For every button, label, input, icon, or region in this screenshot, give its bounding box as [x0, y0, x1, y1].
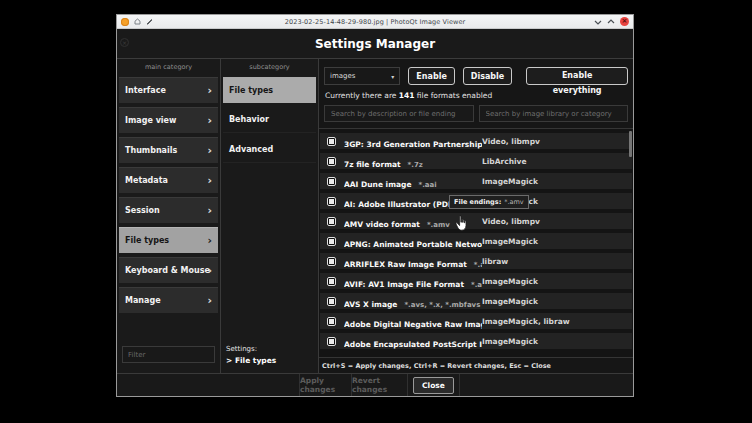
enable-button[interactable]: Enable	[408, 67, 454, 85]
enable-everything-button[interactable]: Enable everything	[526, 67, 628, 85]
sidebar-item-thumbnails[interactable]: Thumbnails ›	[119, 137, 218, 163]
checkbox-checked-icon[interactable]	[327, 177, 336, 186]
main-category-panel: main category Interface › Image view › T…	[117, 59, 220, 373]
hand-cursor	[455, 215, 468, 236]
file-endings-tooltip: File endings: *.amv	[449, 195, 529, 209]
sidebar-item-keyboard-mouse[interactable]: Keyboard & Mouse ›	[119, 257, 218, 283]
apply-changes-button[interactable]: Apply changes	[300, 374, 352, 396]
sidebar-item-metadata[interactable]: Metadata ›	[119, 167, 218, 193]
chevron-right-icon: ›	[207, 293, 212, 306]
format-row-avs[interactable]: AVS X image*.avs, *.x, *.mbfavs ImageMag…	[320, 293, 632, 309]
chevron-right-icon: ›	[207, 233, 212, 246]
chevron-right-icon: ›	[207, 83, 212, 96]
format-row-3gp[interactable]: 3GP: 3rd Generation Partnership Project*…	[320, 133, 632, 149]
search-description-input[interactable]	[324, 105, 474, 122]
format-list: 3GP: 3rd Generation Partnership Project*…	[319, 128, 633, 357]
chevron-right-icon: ›	[207, 203, 212, 216]
enabled-count: 141	[399, 91, 415, 100]
format-row-adobe-dng[interactable]: Adobe Digital Negative Raw Image Format …	[320, 313, 632, 329]
format-row-aai[interactable]: AAI Dune image*.aai ImageMagick	[320, 173, 632, 189]
subcategory-header: subcategory	[221, 59, 318, 74]
minimize-button[interactable]	[594, 19, 602, 25]
checkbox-checked-icon[interactable]	[327, 197, 336, 206]
format-category-dropdown[interactable]: images ▾	[324, 67, 400, 85]
category-filter-input[interactable]	[122, 346, 215, 363]
sidebar-item-manage[interactable]: Manage ›	[119, 287, 218, 313]
app-icon	[121, 18, 129, 26]
format-row-arriflex[interactable]: ARRIFLEX Raw Image Format*.ari libraw	[320, 253, 632, 269]
subcategory-item-advanced[interactable]: Advanced	[223, 137, 316, 163]
pencil-icon[interactable]	[146, 18, 153, 25]
close-settings-button[interactable]: Close	[413, 377, 454, 394]
checkbox-checked-icon[interactable]	[327, 237, 336, 246]
scrollbar-thumb[interactable]	[629, 131, 632, 157]
titlebar[interactable]: 2023-02-25-14-48-29-980.jpg | PhotoQt Im…	[117, 15, 633, 29]
main-category-header: main category	[117, 59, 220, 74]
file-types-content: images ▾ Enable Disable Enable everythin…	[318, 59, 633, 373]
page-title: Settings Manager	[117, 29, 633, 59]
format-row-amv[interactable]: AMV video format*.amv Video, libmpv	[320, 213, 632, 229]
format-row-7z[interactable]: 7z file format*.7z LibArchive	[320, 153, 632, 169]
sidebar-item-interface[interactable]: Interface ›	[119, 77, 218, 103]
chevron-right-icon: ›	[207, 173, 212, 186]
screen: 2023-02-25-14-48-29-980.jpg | PhotoQt Im…	[0, 0, 752, 423]
checkbox-checked-icon[interactable]	[327, 337, 336, 346]
sidebar-item-file-types[interactable]: File types ›	[119, 227, 218, 253]
maximize-button[interactable]	[607, 19, 615, 25]
chevron-right-icon: ›	[207, 263, 212, 276]
format-row-avif[interactable]: AVIF: AV1 Image File Format*.avif, *.avi…	[320, 273, 632, 289]
photoqt-settings-window: 2023-02-25-14-48-29-980.jpg | PhotoQt Im…	[116, 14, 634, 397]
disable-button[interactable]: Disable	[463, 67, 512, 85]
search-library-input[interactable]	[479, 105, 629, 122]
chevron-right-icon: ›	[207, 113, 212, 126]
settings-breadcrumb: Settings: > File types	[221, 345, 318, 373]
home-icon[interactable]	[134, 18, 141, 25]
revert-changes-button[interactable]: Revert changes	[352, 374, 408, 396]
checkbox-checked-icon[interactable]	[327, 137, 336, 146]
window-title: 2023-02-25-14-48-29-980.jpg | PhotoQt Im…	[117, 18, 633, 26]
sidebar-item-image-view[interactable]: Image view ›	[119, 107, 218, 133]
bottom-bar: Apply changes Revert changes Close	[117, 373, 633, 396]
sidebar-item-session[interactable]: Session ›	[119, 197, 218, 223]
shortcut-hints: Ctrl+S = Apply changes, Ctrl+R = Revert …	[319, 357, 633, 373]
overlay-close-icon[interactable]: ×	[120, 38, 129, 47]
enabled-formats-status: Currently there are 141 file formats ena…	[325, 91, 628, 100]
subcategory-item-file-types[interactable]: File types	[223, 77, 316, 103]
format-row-adobe-eps[interactable]: Adobe Encapsulated PostScript Interchang…	[320, 333, 632, 349]
checkbox-checked-icon[interactable]	[327, 277, 336, 286]
chevron-right-icon: ›	[207, 143, 212, 156]
checkbox-checked-icon[interactable]	[327, 297, 336, 306]
chevron-down-icon: ▾	[391, 73, 394, 80]
format-row-apng[interactable]: APNG: Animated Portable Network Graphi..…	[320, 233, 632, 249]
checkbox-checked-icon[interactable]	[327, 217, 336, 226]
checkbox-checked-icon[interactable]	[327, 317, 336, 326]
subcategory-panel: subcategory File types Behavior Advanced…	[220, 59, 318, 373]
checkbox-checked-icon[interactable]	[327, 157, 336, 166]
checkbox-checked-icon[interactable]	[327, 257, 336, 266]
close-window-button[interactable]: ×	[620, 17, 629, 26]
subcategory-item-behavior[interactable]: Behavior	[223, 107, 316, 133]
